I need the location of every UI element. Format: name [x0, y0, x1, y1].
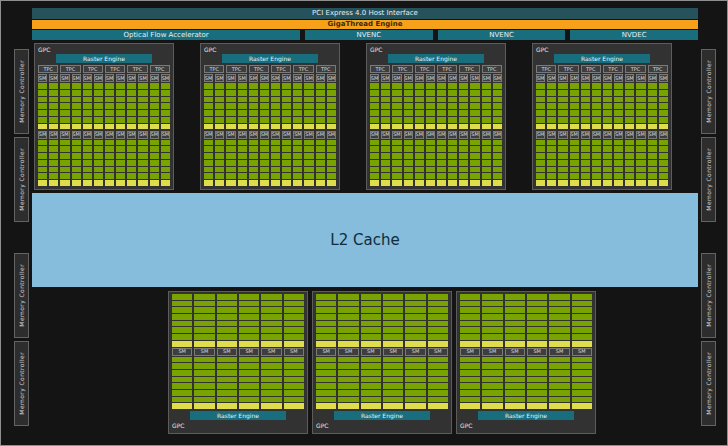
sm-column: SM — [338, 294, 358, 409]
special-function-block — [415, 124, 424, 130]
core-block — [172, 377, 192, 383]
core-block — [659, 83, 668, 89]
core-block — [338, 377, 358, 383]
tpc-label: TPC — [127, 65, 147, 73]
special-function-block — [428, 341, 448, 347]
core-block — [603, 110, 612, 116]
core-block — [437, 90, 446, 96]
sm-column: SM — [460, 294, 480, 409]
core-block — [194, 321, 214, 327]
special-function-block — [271, 124, 280, 130]
core-block — [260, 140, 269, 146]
core-block — [505, 363, 525, 369]
core-block — [327, 153, 336, 159]
core-block — [249, 140, 258, 146]
sm-label: SM — [404, 74, 413, 82]
core-block — [614, 117, 623, 123]
core-block — [549, 307, 569, 313]
sm-core-grid — [547, 83, 556, 130]
core-block — [271, 103, 280, 109]
core-block — [547, 146, 556, 152]
core-block — [215, 103, 224, 109]
core-block — [404, 160, 413, 166]
core-block — [448, 173, 457, 179]
special-function-block — [527, 403, 547, 409]
core-block — [217, 334, 237, 340]
core-block — [592, 146, 601, 152]
core-block — [383, 370, 403, 376]
core-block — [370, 117, 379, 123]
special-function-block — [381, 180, 390, 186]
core-block — [194, 390, 214, 396]
core-block — [72, 146, 81, 152]
sm-core-grid — [327, 83, 336, 130]
core-block — [150, 140, 159, 146]
sm-column: SMSM — [415, 74, 424, 186]
core-block — [460, 390, 480, 396]
special-function-block — [249, 180, 258, 186]
core-block — [482, 103, 491, 109]
tpc-unit: TPCSMSMSMSM — [204, 65, 224, 186]
core-block — [150, 83, 159, 89]
core-block — [304, 97, 313, 103]
special-function-block — [72, 124, 81, 130]
core-block — [459, 103, 468, 109]
core-block — [505, 321, 525, 327]
sm-core-grid — [482, 357, 502, 410]
core-block — [437, 83, 446, 89]
core-block — [470, 90, 479, 96]
core-block — [392, 110, 401, 116]
sm-label: SM — [558, 74, 567, 82]
core-block — [105, 97, 114, 103]
core-block — [636, 110, 645, 116]
core-block — [127, 103, 136, 109]
core-block — [94, 110, 103, 116]
core-block — [282, 140, 291, 146]
tpc-unit: TPCSMSMSMSM — [459, 65, 479, 186]
sm-label: SM — [284, 348, 304, 356]
core-block — [138, 103, 147, 109]
core-block — [459, 117, 468, 123]
core-block — [603, 90, 612, 96]
sm-core-grid — [150, 140, 159, 187]
core-block — [127, 110, 136, 116]
core-block — [437, 153, 446, 159]
sm-label: SM — [60, 74, 69, 82]
core-block — [659, 173, 668, 179]
core-block — [381, 90, 390, 96]
core-block — [204, 160, 213, 166]
special-function-block — [83, 124, 92, 130]
core-block — [603, 103, 612, 109]
core-block — [581, 140, 590, 146]
sm-column: SMSM — [215, 74, 224, 186]
core-block — [527, 301, 547, 307]
gpc-block: GPCRaster EngineTPCSMSMSMSMTPCSMSMSMSMTP… — [200, 43, 340, 190]
sm-core-grid — [625, 83, 634, 130]
special-function-block — [316, 124, 325, 130]
sm-core-grid — [437, 140, 446, 187]
sm-core-grid — [172, 294, 192, 347]
core-block — [293, 117, 302, 123]
tpc-label: TPC — [60, 65, 80, 73]
special-function-block — [261, 341, 281, 347]
sm-label: SM — [603, 131, 612, 139]
sm-core-grid — [204, 140, 213, 187]
sm-core-grid — [217, 357, 237, 410]
core-block — [316, 110, 325, 116]
core-block — [226, 146, 235, 152]
sm-core-grid — [215, 83, 224, 130]
sm-core-grid — [316, 140, 325, 187]
core-block — [405, 334, 425, 340]
core-block — [415, 153, 424, 159]
core-block — [415, 90, 424, 96]
special-function-block — [437, 180, 446, 186]
sm-core-grid — [49, 140, 58, 187]
sm-label: SM — [217, 348, 237, 356]
memory-controller-label: Memory Controller — [705, 264, 712, 327]
core-block — [60, 167, 69, 173]
core-block — [161, 146, 170, 152]
core-block — [60, 153, 69, 159]
core-block — [217, 327, 237, 333]
core-block — [459, 173, 468, 179]
core-block — [361, 390, 381, 396]
